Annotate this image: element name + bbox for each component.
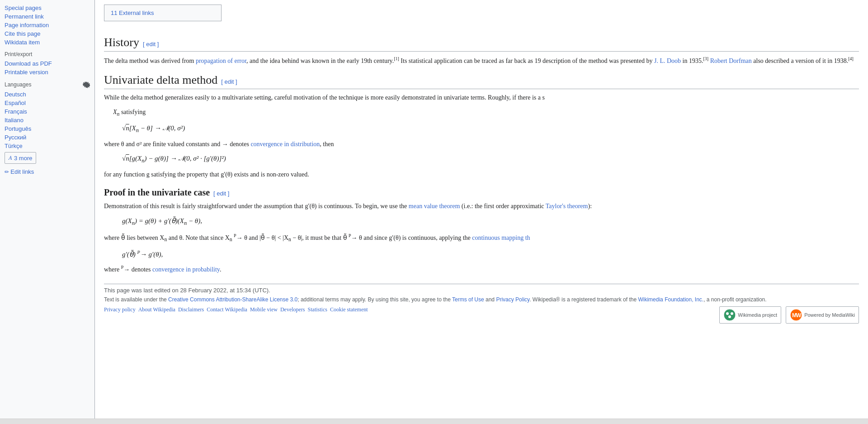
univariate-for-any: for any function g satisfying the proper… — [104, 170, 859, 180]
more-languages-button[interactable]: 𝐴 3 more — [5, 152, 36, 164]
doob-link[interactable]: J. L. Doob — [654, 57, 681, 64]
footer-contact-wikipedia[interactable]: Contact Wikipedia — [207, 306, 247, 313]
languages-header: Languages — [5, 81, 94, 88]
footer-about-wikipedia[interactable]: About Wikipedia — [138, 306, 175, 313]
terms-of-use-link[interactable]: Terms of Use — [452, 296, 484, 303]
edit-links-button[interactable]: Edit links — [5, 168, 94, 175]
sidebar-lang-turkce[interactable]: Türkçe — [5, 142, 94, 150]
mvt-link[interactable]: mean value theorem — [409, 203, 460, 210]
convergence-probability-link[interactable]: convergence in probability — [152, 266, 220, 273]
privacy-policy-link[interactable]: Privacy Policy — [496, 296, 529, 303]
math-formula-1: √n[Xn − θ] → 𝒩(0, σ²) — [122, 124, 859, 134]
proof-heading: Proof in the univariate case [ edit ] — [104, 187, 859, 198]
mediawiki-logo: M W Powered by MediaWiki — [786, 306, 859, 324]
toc-box: 11 External links — [104, 5, 222, 21]
univariate-intro: While the delta method generalizes easil… — [104, 93, 859, 103]
sidebar: Special pages Permanent link Page inform… — [0, 0, 95, 419]
history-heading: History [ edit ] — [104, 36, 859, 52]
svg-point-1 — [726, 312, 729, 315]
sidebar-lang-portugues[interactable]: Português — [5, 124, 94, 133]
sidebar-lang-deutsch[interactable]: Deutsch — [5, 90, 94, 99]
math-formula-3: g(Xn) = g(θ) + g′(θ̃)(Xn − θ), — [122, 217, 859, 227]
horizontal-scrollbar[interactable] — [0, 419, 868, 424]
propagation-of-error-link[interactable]: propagation of error — [196, 57, 246, 64]
sidebar-link-cite-this-page[interactable]: Cite this page — [5, 29, 94, 38]
univariate-edit-link[interactable]: [ edit ] — [221, 78, 237, 85]
sidebar-link-special-pages[interactable]: Special pages — [5, 4, 94, 12]
sidebar-link-page-information[interactable]: Page information — [5, 21, 94, 29]
gear-icon[interactable] — [83, 81, 90, 88]
math-formula-4: g′(θ̃) P→ g′(θ), — [122, 250, 859, 258]
legal-text: Text is available under the Creative Com… — [104, 295, 859, 304]
svg-text:W: W — [796, 312, 802, 319]
taylor-theorem-link[interactable]: Taylor's theorem — [546, 203, 588, 210]
last-edited-bar: This page was last edited on 28 February… — [104, 284, 859, 295]
toc-item-external-links[interactable]: 11 External links — [111, 9, 215, 17]
languages-title: Languages — [5, 81, 31, 88]
sidebar-lang-francais[interactable]: Français — [5, 107, 94, 116]
continuous-mapping-link[interactable]: continuous mapping th — [472, 234, 530, 241]
sidebar-link-download-pdf[interactable]: Download as PDF — [5, 59, 94, 68]
svg-point-3 — [728, 315, 731, 318]
footer-privacy-policy[interactable]: Privacy policy — [104, 306, 136, 313]
svg-point-0 — [724, 309, 736, 321]
footer-logos: Wikimedia project M W Powered by MediaWi… — [719, 306, 859, 324]
convergence-distribution-link[interactable]: convergence in distribution — [250, 141, 320, 148]
univariate-where: where θ and σ² are finite valued constan… — [104, 139, 859, 149]
cc-license-link[interactable]: Creative Commons Attribution-ShareAlike … — [168, 296, 297, 303]
footer-mobile-view[interactable]: Mobile view — [250, 306, 278, 313]
sidebar-link-wikidata-item[interactable]: Wikidata item — [5, 38, 94, 47]
proof-where3: where P→ denotes convergence in probabil… — [104, 264, 859, 275]
math-formula-2: √n[g(Xn) − g(θ)] → 𝒩(0, σ² · [g′(θ)]²) — [122, 155, 859, 164]
footer-statistics[interactable]: Statistics — [308, 306, 327, 313]
sidebar-lang-espanol[interactable]: Español — [5, 99, 94, 107]
history-paragraph: The delta method was derived from propag… — [104, 55, 859, 66]
proof-edit-link[interactable]: [ edit ] — [213, 190, 229, 197]
mediawiki-logo-icon: M W — [790, 309, 802, 321]
proof-where2: where θ̃ lies between Xn and θ. Note tha… — [104, 232, 859, 244]
proof-intro: Demonstration of this result is fairly s… — [104, 201, 859, 211]
sidebar-lang-italiano[interactable]: Italiano — [5, 116, 94, 124]
footer-developers[interactable]: Developers — [280, 306, 305, 313]
wikimedia-logo: Wikimedia project — [719, 306, 781, 324]
footer-disclaimers[interactable]: Disclaimers — [178, 306, 204, 313]
univariate-heading: Univariate delta method [ edit ] — [104, 73, 859, 89]
wikimedia-foundation-link[interactable]: Wikimedia Foundation, Inc. — [638, 296, 703, 303]
svg-point-2 — [731, 312, 733, 315]
history-edit-link[interactable]: [ edit ] — [143, 41, 159, 48]
footer-links: Privacy policy About Wikipedia Disclaime… — [104, 306, 719, 313]
sidebar-lang-russian[interactable]: Русский — [5, 133, 94, 142]
dorfman-link[interactable]: Robert Dorfman — [710, 57, 752, 64]
sidebar-link-printable-version[interactable]: Printable version — [5, 68, 94, 76]
footer-cookie-statement[interactable]: Cookie statement — [330, 306, 368, 313]
sidebar-link-permanent-link[interactable]: Permanent link — [5, 12, 94, 21]
wikimedia-logo-icon — [723, 309, 736, 321]
univariate-xn: Xn satisfying — [113, 107, 859, 119]
print-export-title: Print/export — [5, 51, 94, 57]
main-content: 11 External links History [ edit ] The d… — [95, 0, 868, 419]
